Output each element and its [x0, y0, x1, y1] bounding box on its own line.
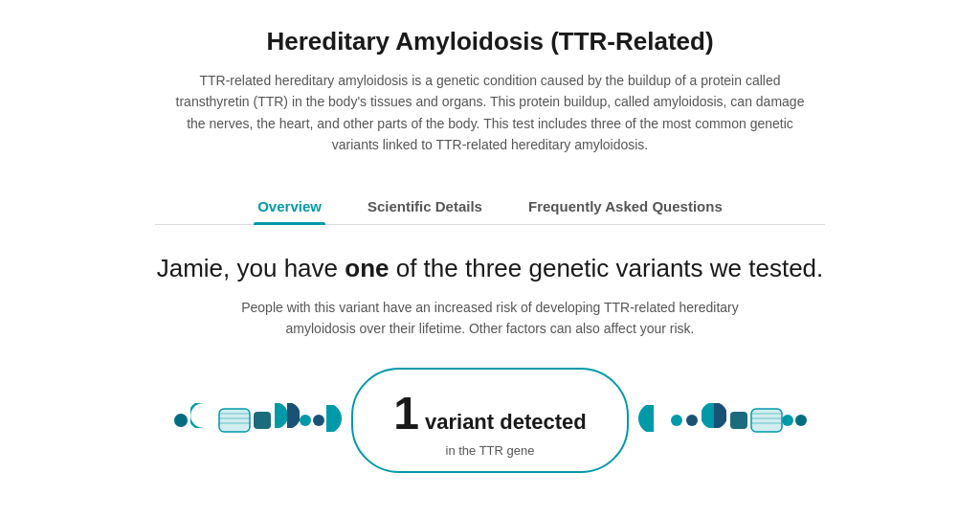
content-area: Jamie, you have one of the three genetic…: [157, 254, 824, 474]
svg-rect-3: [219, 409, 250, 432]
headline-prefix: Jamie, you have: [157, 254, 345, 282]
title-section: Hereditary Amyloidosis (TTR-Related) TTR…: [165, 27, 815, 156]
page-title: Hereditary Amyloidosis (TTR-Related): [165, 27, 815, 56]
svg-point-21: [686, 415, 698, 426]
svg-point-19: [638, 403, 669, 434]
variant-headline: Jamie, you have one of the three genetic…: [157, 254, 824, 283]
tabs-bar: Overview Scientific Details Frequently A…: [155, 191, 825, 225]
svg-point-2: [189, 402, 216, 429]
tab-overview[interactable]: Overview: [254, 191, 325, 224]
right-decoration: [638, 392, 811, 449]
svg-point-15: [313, 415, 324, 426]
headline-bold: one: [345, 254, 389, 282]
tab-scientific[interactable]: Scientific Details: [364, 191, 486, 224]
svg-point-34: [795, 415, 807, 426]
viz-row: 1variant detected in the TTR gene: [157, 368, 824, 473]
svg-rect-9: [254, 412, 271, 429]
variant-card: 1variant detected in the TTR gene: [351, 368, 628, 473]
svg-rect-27: [751, 409, 782, 432]
svg-point-20: [671, 415, 682, 426]
tab-faq[interactable]: Frequently Asked Questions: [524, 191, 726, 224]
deco-left: [169, 392, 342, 449]
left-decoration: [169, 392, 342, 449]
svg-point-33: [782, 415, 793, 426]
card-sublabel: in the TTR gene: [393, 443, 586, 458]
card-number: 1: [393, 388, 419, 439]
page-description: TTR-related hereditary amyloidosis is a …: [165, 70, 815, 156]
card-label: variant detected: [425, 410, 587, 434]
svg-point-14: [300, 415, 311, 426]
variant-subtext: People with this variant have an increas…: [212, 297, 768, 340]
card-content: 1variant detected: [393, 387, 586, 439]
svg-point-0: [174, 414, 188, 427]
page-wrapper: Hereditary Amyloidosis (TTR-Related) TTR…: [0, 0, 980, 518]
deco-right: [638, 392, 811, 449]
svg-rect-26: [730, 412, 747, 429]
headline-suffix: of the three genetic variants we tested.: [389, 254, 823, 282]
